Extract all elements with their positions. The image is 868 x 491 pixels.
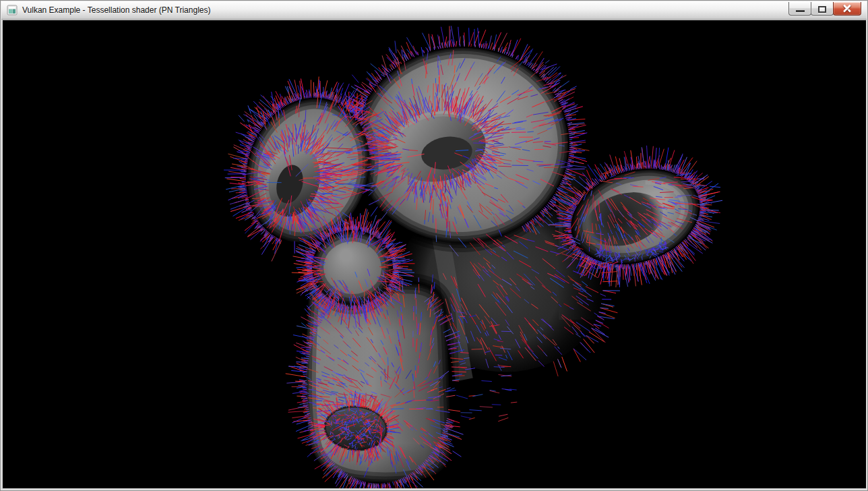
window-title: Vulkan Example - Tessellation shader (PN…	[22, 5, 210, 15]
minimize-icon	[796, 10, 805, 12]
close-button[interactable]	[833, 2, 861, 16]
application-window: Vulkan Example - Tessellation shader (PN…	[0, 0, 868, 491]
window-controls	[789, 2, 861, 16]
render-viewport[interactable]	[3, 20, 866, 488]
minimize-button[interactable]	[788, 2, 811, 16]
maximize-icon	[818, 6, 826, 13]
titlebar[interactable]: Vulkan Example - Tessellation shader (PN…	[1, 1, 867, 20]
close-icon	[842, 5, 852, 13]
maximize-button[interactable]	[811, 2, 834, 16]
app-icon	[7, 5, 18, 16]
render-client-area	[3, 20, 866, 488]
